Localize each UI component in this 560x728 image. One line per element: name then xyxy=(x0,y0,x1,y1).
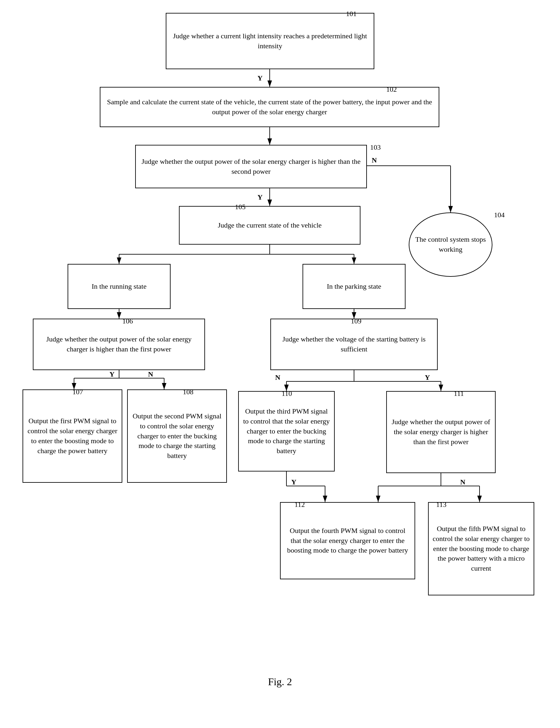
svg-text:N: N xyxy=(372,156,377,164)
node-108-label: Output the second PWM signal to control … xyxy=(132,411,222,461)
ref-110: 110 xyxy=(282,389,292,398)
running-state-box: In the running state xyxy=(68,264,171,309)
svg-text:Y: Y xyxy=(425,373,430,381)
svg-text:Y: Y xyxy=(257,74,263,82)
node-111-label: Judge whether the output power of the so… xyxy=(391,417,491,447)
flowchart: Y Y N Y N N xyxy=(0,0,560,676)
ref-104: 104 xyxy=(494,211,505,219)
node-103-label: Judge whether the output power of the so… xyxy=(140,157,362,177)
parking-state-label: In the parking state xyxy=(327,282,381,292)
node-107-label: Output the first PWM signal to control t… xyxy=(27,416,118,456)
figure-label: Fig. 2 xyxy=(248,676,312,688)
running-state-label: In the running state xyxy=(92,282,146,292)
node-108: Output the second PWM signal to control … xyxy=(127,389,227,483)
node-109: Judge whether the voltage of the startin… xyxy=(270,319,438,370)
svg-text:Y: Y xyxy=(257,193,263,201)
ref-105: 105 xyxy=(235,203,246,211)
ref-109: 109 xyxy=(351,317,361,325)
node-104: The control system stops working xyxy=(409,212,492,277)
ref-101: 101 xyxy=(346,10,357,18)
node-113-label: Output the fifth PWM signal to control t… xyxy=(433,524,530,574)
ref-112: 112 xyxy=(294,500,305,509)
node-107: Output the first PWM signal to control t… xyxy=(23,389,122,483)
node-106: Judge whether the output power of the so… xyxy=(33,319,205,370)
node-105: Judge the current state of the vehicle xyxy=(179,206,360,245)
node-112-label: Output the fourth PWM signal to control … xyxy=(285,526,411,555)
svg-text:Y: Y xyxy=(109,370,115,378)
svg-text:Y: Y xyxy=(291,478,296,486)
node-101-label: Judge whether a current light intensity … xyxy=(170,31,370,51)
node-110: Output the third PWM signal to control t… xyxy=(238,391,335,471)
ref-107: 107 xyxy=(72,388,83,396)
node-110-label: Output the third PWM signal to control t… xyxy=(243,406,330,456)
node-103: Judge whether the output power of the so… xyxy=(135,145,367,188)
parking-state-box: In the parking state xyxy=(303,264,406,309)
ref-106: 106 xyxy=(122,317,133,325)
node-113: Output the fifth PWM signal to control t… xyxy=(428,502,534,595)
node-101: Judge whether a current light intensity … xyxy=(166,13,374,69)
node-106-label: Judge whether the output power of the so… xyxy=(37,334,201,354)
ref-111: 111 xyxy=(454,389,464,398)
svg-text:N: N xyxy=(148,370,153,378)
node-111: Judge whether the output power of the so… xyxy=(386,391,496,473)
node-109-label: Judge whether the voltage of the startin… xyxy=(275,334,433,354)
ref-108: 108 xyxy=(183,388,193,396)
ref-103: 103 xyxy=(370,143,381,152)
ref-102: 102 xyxy=(386,85,397,94)
svg-text:N: N xyxy=(460,478,465,486)
node-102-label: Sample and calculate the current state o… xyxy=(104,97,435,117)
ref-113: 113 xyxy=(436,500,446,509)
svg-text:N: N xyxy=(275,373,280,381)
node-105-label: Judge the current state of the vehicle xyxy=(218,220,322,230)
node-104-label: The control system stops working xyxy=(412,235,489,255)
node-112: Output the fourth PWM signal to control … xyxy=(280,502,415,579)
